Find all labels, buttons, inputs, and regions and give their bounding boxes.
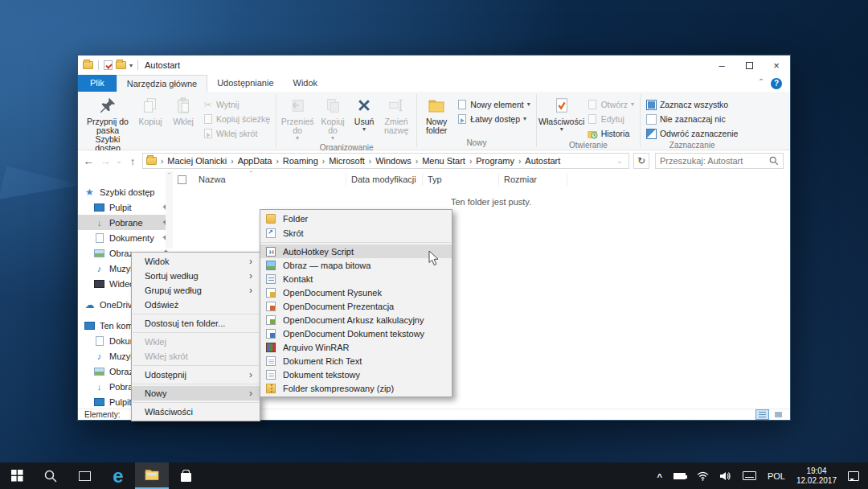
column-header-size[interactable]: Rozmiar bbox=[499, 173, 567, 186]
submenu-item-shortcut[interactable]: Skrót bbox=[260, 226, 452, 240]
context-menu-item-view[interactable]: Widok› bbox=[132, 254, 260, 269]
taskbar-search-button[interactable] bbox=[34, 462, 68, 489]
submenu-item-bitmap-image[interactable]: Obraz — mapa bitowa bbox=[260, 258, 452, 272]
sidebar-item-quick-access[interactable]: ★ Szybki dostęp bbox=[78, 184, 173, 199]
new-item-button[interactable]: Nowy element ▾ bbox=[453, 97, 534, 112]
submenu-item-zip-folder[interactable]: Folder skompresowany (zip) bbox=[260, 381, 452, 395]
easy-access-button[interactable]: Łatwy dostęp ▾ bbox=[453, 112, 534, 126]
taskbar-explorer-button[interactable] bbox=[135, 462, 169, 489]
address-box[interactable]: › Maciej Olanicki › AppData › Roaming › … bbox=[142, 153, 629, 169]
breadcrumb-segment[interactable]: Autostart bbox=[522, 156, 563, 166]
move-to-button[interactable]: Przenieś do▾ bbox=[279, 93, 316, 143]
close-button[interactable]: × bbox=[763, 55, 790, 75]
invert-selection-button[interactable]: Odwróć zaznaczenie bbox=[643, 126, 741, 141]
copy-path-button[interactable]: Kopiuj ścieżkę bbox=[199, 112, 273, 126]
context-menu-item-properties[interactable]: Właściwości bbox=[132, 405, 260, 419]
select-none-button[interactable]: Nie zaznaczaj nic bbox=[643, 112, 741, 126]
tab-view[interactable]: Widok bbox=[284, 75, 328, 92]
pin-to-quick-access-button[interactable]: Przypnij do paska Szybki dostęp bbox=[82, 93, 133, 154]
breadcrumb-segment[interactable]: Maciej Olanicki bbox=[165, 156, 229, 166]
volume-icon[interactable] bbox=[714, 462, 737, 489]
wifi-icon[interactable] bbox=[691, 462, 714, 489]
qat-properties-icon[interactable] bbox=[104, 60, 113, 70]
recent-locations-icon[interactable]: ⌄ bbox=[115, 157, 123, 165]
details-view-button[interactable] bbox=[755, 409, 769, 420]
properties-button[interactable]: Właściwości▾ bbox=[539, 93, 584, 134]
history-button[interactable]: Historia bbox=[584, 126, 637, 141]
breadcrumb-segment[interactable]: Windows bbox=[373, 156, 414, 166]
edit-button[interactable]: Edytuj bbox=[584, 112, 637, 126]
minimize-button[interactable]: – bbox=[708, 55, 735, 75]
column-header-date-modified[interactable]: Data modyfikacji bbox=[346, 173, 423, 186]
taskbar-store-button[interactable] bbox=[169, 462, 203, 489]
context-menu-item-sort-by[interactable]: Sortuj według› bbox=[132, 269, 260, 283]
action-center-button[interactable] bbox=[842, 462, 865, 489]
sidebar-item-desktop[interactable]: Pulpit bbox=[78, 199, 173, 215]
delete-button[interactable]: Usuń▾ bbox=[350, 93, 379, 134]
new-folder-button[interactable]: Nowy folder bbox=[420, 93, 453, 137]
breadcrumb-segment[interactable]: Menu Start bbox=[420, 156, 468, 166]
context-menu-item-paste-shortcut[interactable]: Wklej skrót bbox=[132, 349, 260, 364]
back-button[interactable]: ← bbox=[81, 155, 96, 167]
submenu-item-opendocument-presentation[interactable]: OpenDocument Prezentacja bbox=[260, 299, 452, 313]
open-button[interactable]: Otwórz ▾ bbox=[584, 97, 637, 112]
start-button[interactable] bbox=[0, 462, 34, 489]
taskbar-edge-button[interactable]: e bbox=[101, 462, 135, 489]
submenu-item-opendocument-drawing[interactable]: OpenDocument Rysunek bbox=[260, 286, 452, 299]
language-indicator[interactable]: POL bbox=[762, 462, 791, 489]
breadcrumb-segment[interactable]: Roaming bbox=[280, 156, 321, 166]
touch-keyboard-icon[interactable] bbox=[737, 462, 762, 489]
refresh-button[interactable]: ↻ bbox=[633, 153, 649, 169]
submenu-item-opendocument-text[interactable]: OpenDocument Dokument tekstowy bbox=[260, 327, 452, 340]
context-menu-item-new[interactable]: Nowy› bbox=[132, 386, 260, 401]
tray-overflow-icon[interactable]: ^ bbox=[651, 463, 667, 489]
help-icon[interactable]: ? bbox=[771, 78, 782, 89]
search-input[interactable] bbox=[660, 156, 769, 166]
forward-button[interactable]: → bbox=[98, 155, 113, 167]
sidebar-item-documents[interactable]: Dokumenty bbox=[78, 230, 173, 245]
clock[interactable]: 19:04 12.02.2017 bbox=[791, 462, 842, 489]
cut-button[interactable]: ✂ Wytnij bbox=[199, 97, 273, 112]
tab-home[interactable]: Narzędzia główne bbox=[117, 75, 207, 92]
context-menu-item-group-by[interactable]: Grupuj według› bbox=[132, 283, 260, 298]
copy-button[interactable]: Kopiuj bbox=[133, 93, 167, 128]
address-dropdown-icon[interactable]: ⌄ bbox=[616, 157, 624, 165]
breadcrumb-segment[interactable]: AppData bbox=[235, 156, 275, 166]
paste-button[interactable]: Wklej bbox=[167, 93, 199, 128]
submenu-item-opendocument-spreadsheet[interactable]: OpenDocument Arkusz kalkulacyjny bbox=[260, 313, 452, 327]
context-menu-item-paste[interactable]: Wklej bbox=[132, 335, 260, 349]
battery-icon[interactable] bbox=[668, 462, 691, 489]
select-all-checkbox[interactable] bbox=[178, 175, 186, 184]
submenu-item-folder[interactable]: Folder bbox=[260, 212, 452, 226]
qat-new-folder-icon[interactable] bbox=[116, 61, 126, 69]
rename-button[interactable]: Zmień nazwę bbox=[379, 93, 414, 137]
breadcrumb-segment[interactable]: Microsoft bbox=[326, 156, 367, 166]
context-menu-item-refresh[interactable]: Odśwież bbox=[132, 298, 260, 312]
tab-share[interactable]: Udostępnianie bbox=[207, 75, 283, 92]
large-icons-view-button[interactable] bbox=[772, 409, 785, 420]
breadcrumb-segment[interactable]: Programy bbox=[473, 156, 517, 166]
copy-to-button[interactable]: Kopiuj do▾ bbox=[316, 93, 350, 143]
submenu-item-text-document[interactable]: Dokument tekstowy bbox=[260, 368, 452, 381]
select-all-button[interactable]: Zaznacz wszystko bbox=[643, 97, 741, 112]
submenu-item-autohotkey-script[interactable]: AutoHotkey Script bbox=[260, 244, 452, 258]
titlebar[interactable]: ▾ Autostart – × bbox=[78, 55, 790, 75]
qat-dropdown-icon[interactable]: ▾ bbox=[129, 62, 133, 69]
maximize-button[interactable] bbox=[735, 55, 763, 75]
context-menu-item-customize-folder[interactable]: Dostosuj ten folder... bbox=[132, 316, 260, 331]
scroll-up-icon[interactable]: ˆ bbox=[166, 171, 173, 179]
column-header-type[interactable]: Typ bbox=[423, 173, 499, 186]
submenu-item-contact[interactable]: Kontakt bbox=[260, 272, 452, 286]
collapse-ribbon-icon[interactable]: ˆ bbox=[760, 78, 763, 89]
tab-file[interactable]: Plik bbox=[78, 75, 117, 92]
submenu-item-rich-text-document[interactable]: Dokument Rich Text bbox=[260, 354, 452, 368]
paste-shortcut-button[interactable]: Wklej skrót bbox=[199, 126, 273, 141]
task-view-button[interactable] bbox=[68, 462, 101, 489]
submenu-item-winrar-archive[interactable]: Arquivo WinRAR bbox=[260, 340, 452, 354]
search-box[interactable] bbox=[655, 153, 784, 169]
sidebar-item-downloads[interactable]: ↓ Pobrane bbox=[78, 215, 173, 230]
column-header-name[interactable]: Nazwa ˆ bbox=[194, 173, 346, 186]
context-menu-item-share[interactable]: Udostępnij› bbox=[132, 368, 260, 382]
sidebar-scrollbar[interactable]: ˆ bbox=[166, 171, 173, 249]
up-button[interactable]: ↑ bbox=[125, 155, 140, 167]
